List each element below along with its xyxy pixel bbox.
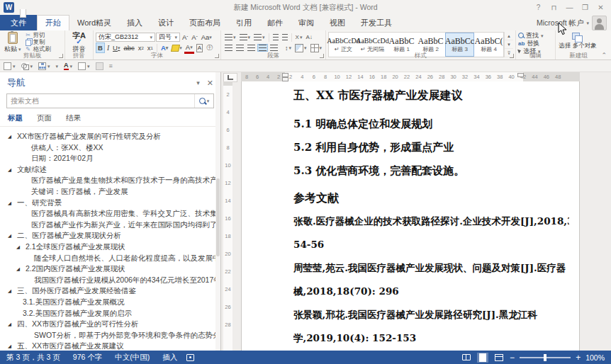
vertical-ruler[interactable]: 246810121416182022242628 <box>223 81 232 352</box>
ribbon-tab-开始[interactable]: 开始 <box>37 15 69 30</box>
pane-options-icon[interactable]: ▾ <box>196 79 200 86</box>
nav-tab-标题[interactable]: 标题 <box>8 113 23 123</box>
search-button[interactable]: ▾ <box>194 94 213 108</box>
account-area[interactable]: Microsoft 帐户 ▾ <box>537 16 607 30</box>
ribbon-tab-视图[interactable]: 视图 <box>322 15 353 30</box>
justify-button[interactable] <box>257 44 268 52</box>
page-indicator[interactable]: 第 3 页，共 3 页 <box>0 353 67 363</box>
nav-outline-item[interactable]: ◢文献综述 <box>0 164 220 176</box>
nav-outline-item[interactable]: 供稿人：张XX、楼XX <box>0 142 220 154</box>
font-size-combo[interactable]: 四号▾ <box>156 33 180 42</box>
collapse-triangle-icon[interactable]: ◢ <box>16 263 20 275</box>
numbering-button[interactable]: ▾ <box>238 33 252 41</box>
minimize-icon[interactable]: — <box>562 1 577 13</box>
document-page[interactable]: 五、XX 市医疗器械产业发展建议5.1 明确总体定位和发展规划5.2 利用自身优… <box>241 81 580 352</box>
help-icon[interactable]: ? <box>531 1 546 13</box>
font-name-combo[interactable]: 仿宋_GB2312▾ <box>96 33 155 42</box>
macro-record-icon[interactable] <box>186 354 194 361</box>
zoom-level[interactable]: 100% <box>585 353 605 362</box>
insert-mode-indicator[interactable]: 插入 <box>156 353 184 363</box>
nav-outline-item[interactable]: ◢一、研究背景 <box>0 198 220 209</box>
shapes-tool-button[interactable]: ▾ <box>21 62 33 70</box>
collapse-triangle-icon[interactable]: ◢ <box>8 164 11 176</box>
table-tool-button[interactable]: ▾ <box>4 62 16 70</box>
search-input[interactable] <box>7 97 194 105</box>
grow-font-button[interactable]: Aˆ <box>181 33 189 42</box>
collapse-triangle-icon[interactable]: ◢ <box>16 241 20 253</box>
nav-outline-item[interactable]: 关键词：医疗器械，产业发展 <box>0 186 220 198</box>
multilevel-list-button[interactable]: ▾ <box>252 33 267 41</box>
nav-outline-item[interactable]: 我国医疗器械行业规模从2006年的434亿元增长至2017年的4425亿元，年均… <box>0 275 220 286</box>
borders-tool-button[interactable]: ▾ <box>78 62 90 70</box>
nav-outline-item[interactable]: 医疗器械产业作为新兴产业，近年来在国际国内均得到了快速发展。随着“健康... <box>0 220 220 231</box>
ribbon-tab-邮件[interactable]: 邮件 <box>259 15 291 30</box>
collapse-ribbon-icon[interactable]: ⌃ <box>601 52 607 59</box>
nav-outline-item[interactable]: ◢二、医疗器械产业发展现状分析 <box>0 230 220 241</box>
change-case-button[interactable]: Aa▾ <box>200 33 213 42</box>
read-mode-button[interactable] <box>461 353 472 363</box>
ribbon-display-options-icon[interactable]: ⊓ <box>546 1 561 13</box>
asian-layout-button[interactable]: X▾ <box>294 33 304 41</box>
tab-file[interactable]: 文件 <box>0 15 37 30</box>
ribbon-tab-开发工具[interactable]: 开发工具 <box>353 15 400 30</box>
find-button[interactable]: 查找▾ <box>518 32 553 39</box>
paragraph-dialog-launcher-icon[interactable] <box>320 54 324 58</box>
nav-outline-item[interactable]: ◢2.2国内医疗器械产业发展现状 <box>0 263 220 275</box>
ribbon-tab-引用[interactable]: 引用 <box>228 15 259 30</box>
close-icon[interactable]: ✕ <box>593 1 608 13</box>
gallery-scroll-down-icon[interactable]: ▼ <box>505 40 513 49</box>
web-layout-button[interactable] <box>493 353 505 363</box>
styles-dialog-launcher-icon[interactable] <box>510 54 514 58</box>
zoom-out-button[interactable]: − <box>510 353 515 362</box>
clipboard-tool-button[interactable] <box>96 62 103 70</box>
pane-close-icon[interactable]: ✕ <box>207 79 213 88</box>
word-count[interactable]: 976 个字 <box>67 353 108 363</box>
nav-tab-页面[interactable]: 页面 <box>37 113 52 123</box>
nav-outline-item[interactable]: ◢2.1全球医疗器械产业发展现状 <box>0 241 220 253</box>
zoom-in-button[interactable]: + <box>576 353 581 362</box>
bullets-button[interactable]: ▾ <box>223 33 237 41</box>
equalizer-tool-button[interactable]: ≡ <box>109 62 113 69</box>
nav-scrollbar[interactable] <box>215 72 220 352</box>
nav-outline-item[interactable]: 3.1.美国医疗器械产业发展概况 <box>0 297 220 308</box>
ribbon-tab-Word精灵[interactable]: Word精灵 <box>69 15 119 30</box>
collapse-triangle-icon[interactable]: ◢ <box>8 198 11 209</box>
clipboard-dialog-launcher-icon[interactable] <box>59 54 63 58</box>
collapse-triangle-icon[interactable]: ◢ <box>8 285 11 297</box>
nav-outline-item[interactable]: 3.2.美国医疗器械产业发展的启示 <box>0 308 220 319</box>
page-tool-button[interactable]: ▾ <box>56 64 59 69</box>
line-spacing-button[interactable]: ↕▾ <box>284 44 293 52</box>
horizontal-ruler[interactable]: 8642 24681012141618202224262830323436384… <box>241 72 580 81</box>
nav-outline-item[interactable]: 医疗器械产业是集生物技术和医疗技术于一身的高技术产业，近年来在科技发展... <box>0 175 220 186</box>
distribute-button[interactable] <box>269 44 279 52</box>
zoom-slider-thumb[interactable] <box>544 354 546 361</box>
nav-outline-item[interactable]: ◢XX市医疗器械产业发展的可行性研究及分析 <box>0 131 220 142</box>
nav-outline-item[interactable]: 日期：2021年02月 <box>0 153 220 164</box>
nav-outline-item[interactable]: 医疗器械具有高新技术应用密集、学科交叉广泛、技术集成融合等特点，是一个... <box>0 208 220 220</box>
gallery-scroll-up-icon[interactable]: ▲ <box>505 32 513 40</box>
language-indicator[interactable]: 中文(中国) <box>108 353 156 363</box>
font-dialog-launcher-icon[interactable] <box>215 54 219 58</box>
align-center-button[interactable] <box>235 44 245 52</box>
print-layout-button[interactable] <box>477 353 488 363</box>
nav-tab-结果[interactable]: 结果 <box>66 113 81 123</box>
ribbon-tab-设计[interactable]: 设计 <box>150 15 181 30</box>
font-color-tool-button[interactable]: A▾ <box>64 62 72 70</box>
shrink-font-button[interactable]: Aˇ <box>190 33 198 42</box>
nav-outline-item[interactable]: 随全球人口自然增长、人口老龄化程度提高，以及发展中国家经济增长，长期来... <box>0 253 220 264</box>
paste-button[interactable]: 粘贴▾ <box>2 32 23 54</box>
increase-indent-button[interactable] <box>281 33 289 41</box>
ribbon-tab-页面布局[interactable]: 页面布局 <box>181 15 228 30</box>
collapse-triangle-icon[interactable]: ◢ <box>8 131 11 142</box>
zoom-slider[interactable] <box>520 357 571 358</box>
restore-icon[interactable]: ❐ <box>578 1 593 13</box>
pinyin-button[interactable]: 字A ✓ 拼音 <box>67 32 91 54</box>
hierarchy-tool-button[interactable]: ▾ <box>38 62 50 70</box>
right-indent-marker[interactable] <box>517 73 524 77</box>
collapse-triangle-icon[interactable]: ◢ <box>8 319 11 330</box>
ribbon-tab-插入[interactable]: 插入 <box>119 15 150 30</box>
align-left-button[interactable] <box>223 44 234 52</box>
ribbon-tab-审阅[interactable]: 审阅 <box>291 15 322 30</box>
nav-outline-item[interactable]: ◢三、国外医疗器械产业发展经验借鉴 <box>0 285 220 297</box>
nav-outline-item[interactable]: SWOT分析，即基于内外部竞争环境和竞争条件的态势分析，将与研究对象密切... <box>0 330 220 341</box>
